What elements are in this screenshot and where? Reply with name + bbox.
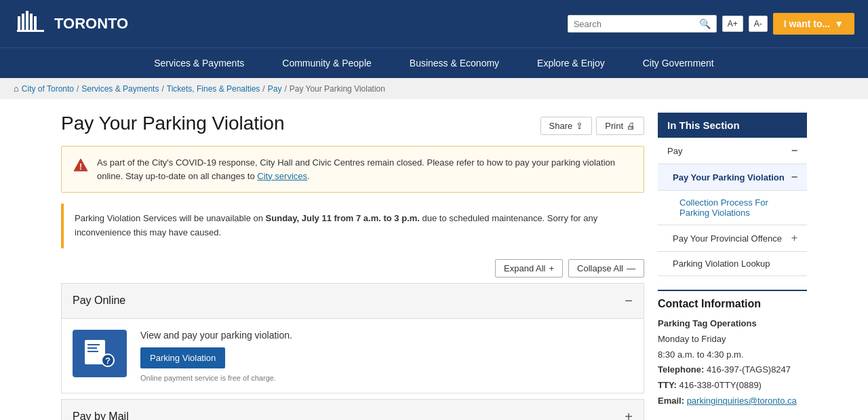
page-title: Pay Your Parking Violation <box>61 113 285 134</box>
svg-rect-5 <box>34 16 37 31</box>
page-title-row: Pay Your Parking Violation Share ⇪ Print… <box>61 113 644 135</box>
nav-community-people[interactable]: Community & People <box>263 48 391 78</box>
minus-icon: — <box>627 263 635 273</box>
breadcrumb-pay[interactable]: Pay <box>268 84 282 94</box>
sidebar-item-provincial: Pay Your Provincial Offence + <box>658 225 807 252</box>
breadcrumb: ⌂ City of Toronto / Services & Payments … <box>0 78 868 99</box>
breadcrumb-tickets-fines[interactable]: Tickets, Fines & Penalties <box>167 84 260 94</box>
sidebar-section-header: In This Section <box>658 113 807 138</box>
contact-email-link[interactable]: parkinginquiries@toronto.ca <box>687 396 797 406</box>
nav-explore-enjoy[interactable]: Explore & Enjoy <box>518 48 624 78</box>
print-button[interactable]: Print 🖨 <box>596 117 644 135</box>
contact-section: Contact Information Parking Tag Operatio… <box>658 290 807 408</box>
pay-online-details: View and pay your parking violation. Par… <box>140 330 292 382</box>
contact-email: Email: parkinginquiries@toronto.ca <box>658 394 807 408</box>
accordion-plus-icon: + <box>625 409 633 420</box>
share-icon: ⇪ <box>576 121 583 131</box>
title-actions: Share ⇪ Print 🖨 <box>540 117 644 135</box>
svg-rect-2 <box>22 14 24 31</box>
pay-icon-area: ? <box>73 330 127 377</box>
header-top: TORONTO 🔍 A+ A- I want to... ▼ <box>0 0 868 47</box>
main-content: Pay Your Parking Violation Share ⇪ Print… <box>61 113 644 420</box>
chevron-down-icon: ▼ <box>834 18 844 29</box>
alert-text: As part of the City's COVID-19 response,… <box>97 156 633 183</box>
breadcrumb-current: Pay Your Parking Violation <box>290 84 385 94</box>
i-want-to-button[interactable]: I want to... ▼ <box>773 13 854 35</box>
home-icon: ⌂ <box>14 83 19 94</box>
contact-hours-label: Monday to Friday <box>658 332 807 347</box>
expand-collapse-row: Expand All + Collapse All — <box>61 259 644 278</box>
collapse-all-button[interactable]: Collapse All — <box>568 259 644 278</box>
contact-hours: 8:30 a.m. to 4:30 p.m. <box>658 348 807 362</box>
sidebar-plus-icon: + <box>791 232 797 244</box>
svg-rect-4 <box>30 14 33 31</box>
svg-rect-6 <box>17 30 44 32</box>
site-logo-text: TORONTO <box>54 15 128 33</box>
sidebar: In This Section Pay − Pay Your Parking V… <box>658 113 807 420</box>
contact-tty: TTY: 416-338-0TTY(0889) <box>658 379 807 393</box>
svg-text:!: ! <box>79 162 82 172</box>
share-button[interactable]: Share ⇪ <box>540 117 593 135</box>
header-right: 🔍 A+ A- I want to... ▼ <box>568 13 854 35</box>
alert-triangle-icon: ! <box>73 157 89 174</box>
content-wrapper: Pay Your Parking Violation Share ⇪ Print… <box>47 99 821 420</box>
print-icon: 🖨 <box>627 121 635 131</box>
accordion-pay-online-content: ? View and pay your parking violation. P… <box>62 318 644 393</box>
main-navigation: Services & Payments Community & People B… <box>0 47 868 78</box>
nav-business-economy[interactable]: Business & Economy <box>391 48 518 78</box>
expand-all-button[interactable]: Expand All + <box>495 259 563 278</box>
accordion-pay-by-mail-header[interactable]: Pay by Mail + <box>62 400 644 420</box>
sidebar-item-pay-parking: Pay Your Parking Violation − <box>658 164 807 191</box>
contact-title: Contact Information <box>658 290 807 310</box>
sidebar-link-pay[interactable]: Pay − <box>658 138 807 164</box>
toronto-logo-icon <box>14 7 47 41</box>
sidebar-minus-icon: − <box>791 145 797 157</box>
covid-alert: ! As part of the City's COVID-19 respons… <box>61 146 644 193</box>
sidebar-item-lookup: Parking Violation Lookup <box>658 252 807 276</box>
font-decrease-button[interactable]: A- <box>749 16 768 32</box>
pay-online-inner: ? View and pay your parking violation. P… <box>73 330 633 382</box>
font-increase-button[interactable]: A+ <box>722 16 743 32</box>
breadcrumb-services-payments[interactable]: Services & Payments <box>81 84 159 94</box>
logo-area: TORONTO <box>14 7 128 41</box>
accordion-pay-online: Pay Online − <box>61 283 644 394</box>
nav-city-government[interactable]: City Government <box>624 48 733 78</box>
svg-rect-1 <box>18 16 20 31</box>
accordion-minus-icon: − <box>625 293 633 309</box>
svg-rect-11 <box>87 344 100 345</box>
sidebar-link-collection[interactable]: Collection Process For Parking Violation… <box>658 191 807 225</box>
accordion-pay-by-mail: Pay by Mail + <box>61 399 644 420</box>
sidebar-item-pay: Pay − <box>658 138 807 164</box>
svg-rect-3 <box>26 11 28 31</box>
svg-text:?: ? <box>105 356 111 366</box>
parking-violation-icon: ? <box>73 330 127 377</box>
sidebar-link-provincial[interactable]: Pay Your Provincial Offence + <box>658 225 807 251</box>
accordion-pay-online-header[interactable]: Pay Online − <box>62 284 644 318</box>
nav-services-payments[interactable]: Services & Payments <box>135 48 263 78</box>
svg-rect-13 <box>87 351 98 352</box>
search-button[interactable]: 🔍 <box>699 18 711 29</box>
svg-rect-12 <box>87 347 97 349</box>
breadcrumb-city-of-toronto[interactable]: City of Toronto <box>22 84 74 94</box>
sidebar-link-pay-parking[interactable]: Pay Your Parking Violation − <box>658 164 807 190</box>
maintenance-warning: Parking Violation Services will be unava… <box>61 204 644 248</box>
search-bar[interactable]: 🔍 <box>568 15 717 33</box>
sidebar-link-lookup[interactable]: Parking Violation Lookup <box>658 252 807 275</box>
contact-ops-name: Parking Tag Operations <box>658 317 807 331</box>
search-input[interactable] <box>574 19 699 29</box>
plus-icon: + <box>549 263 554 273</box>
parking-violation-button[interactable]: Parking Violation <box>140 347 225 368</box>
sidebar-sub-minus-icon: − <box>791 171 797 183</box>
city-services-link[interactable]: City services <box>257 171 307 181</box>
contact-telephone: Telephone: 416-397-(TAGS)8247 <box>658 363 807 377</box>
sidebar-item-collection: Collection Process For Parking Violation… <box>658 191 807 225</box>
